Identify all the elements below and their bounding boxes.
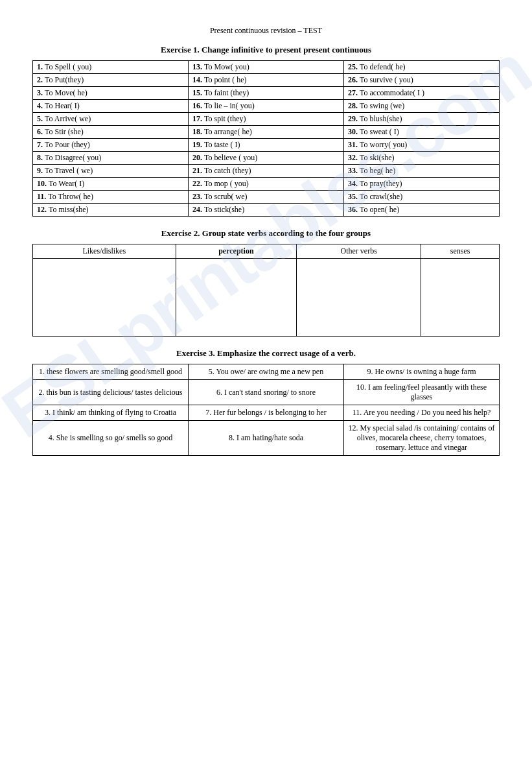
ex2-cell-perception: [176, 259, 297, 337]
ex3-row2-col2: 11. Are you needing / Do you need his he…: [344, 405, 500, 421]
ex1-cell-1-row-10: 11. To Throw( he): [33, 191, 189, 204]
ex2-header-3: senses: [421, 244, 500, 259]
ex1-cell-3-row-10: 35. To crawl(she): [344, 191, 500, 204]
ex2-header-2: Other verbs: [297, 244, 421, 259]
exercise3-table: 1. these flowers are smelling good/smell…: [32, 364, 500, 456]
ex1-cell-2-row-4: 17. To spit (they): [189, 113, 344, 126]
ex3-row3-col2: 12. My special salad /is containing/ con…: [344, 421, 500, 456]
ex1-cell-3-row-11: 36. To open( he): [344, 204, 500, 217]
ex1-cell-1-row-3: 4. To Hear( I): [33, 100, 189, 113]
ex1-cell-1-row-9: 10. To Wear( I): [33, 178, 189, 191]
ex1-cell-2-row-10: 23. To scrub( we): [189, 191, 344, 204]
exercise2-table: Likes/dislikesperceptionOther verbssense…: [32, 244, 500, 337]
ex2-cell-other: [297, 259, 421, 337]
ex1-cell-1-row-7: 8. To Disagree( you): [33, 152, 189, 165]
ex1-cell-2-row-2: 15. To faint (they): [189, 87, 344, 100]
ex1-cell-1-row-1: 2. To Put(they): [33, 74, 189, 87]
ex1-cell-2-row-9: 22. To mop ( you): [189, 178, 344, 191]
exercise1-table: 1. To Spell ( you)13. To Mow( you)25. To…: [32, 60, 500, 217]
ex3-row1-col2: 10. I am feeling/feel pleasantly with th…: [344, 380, 500, 405]
exercise1-title: Exercise 1. Change infinitive to present…: [32, 45, 500, 55]
ex1-cell-1-row-6: 7. To Pour (they): [33, 139, 189, 152]
ex1-cell-1-row-4: 5. To Arrive( we): [33, 113, 189, 126]
ex2-cell-senses: [421, 259, 500, 337]
ex3-row1-col0: 2. this bun is tasting delicious/ tastes…: [33, 380, 189, 405]
page-title: Present continuous revision – TEST: [32, 26, 500, 36]
page-content: ESLprintables.com Present continuous rev…: [32, 26, 500, 456]
ex2-header-0: Likes/dislikes: [33, 244, 176, 259]
ex1-cell-2-row-6: 19. To taste ( I): [189, 139, 344, 152]
ex1-cell-2-row-3: 16. To lie – in( you): [189, 100, 344, 113]
ex1-cell-3-row-2: 27. To accommodate( I ): [344, 87, 500, 100]
ex1-cell-3-row-0: 25. To defend( he): [344, 61, 500, 74]
ex1-cell-2-row-0: 13. To Mow( you): [189, 61, 344, 74]
ex3-row3-col1: 8. I am hating/hate soda: [189, 421, 344, 456]
ex3-row2-col0: 3. I think/ am thinking of flying to Cro…: [33, 405, 189, 421]
ex1-cell-3-row-1: 26. To survive ( you): [344, 74, 500, 87]
ex1-cell-2-row-5: 18. To arrange( he): [189, 126, 344, 139]
ex1-cell-3-row-4: 29. To blush(she): [344, 113, 500, 126]
ex1-cell-1-row-8: 9. To Travel ( we): [33, 165, 189, 178]
ex3-row1-col1: 6. I can't stand snoring/ to snore: [189, 380, 344, 405]
ex1-cell-2-row-7: 20. To believe ( you): [189, 152, 344, 165]
ex1-cell-1-row-5: 6. To Stir (she): [33, 126, 189, 139]
ex1-cell-3-row-5: 30. To sweat ( I): [344, 126, 500, 139]
ex3-row0-col0: 1. these flowers are smelling good/smell…: [33, 364, 189, 380]
ex1-cell-2-row-8: 21. To catch (they): [189, 165, 344, 178]
ex1-cell-1-row-11: 12. To miss(she): [33, 204, 189, 217]
ex1-cell-1-row-2: 3. To Move( he): [33, 87, 189, 100]
ex3-row3-col0: 4. She is smelling so go/ smells so good: [33, 421, 189, 456]
ex3-row2-col1: 7. Her fur belongs / is belonging to her: [189, 405, 344, 421]
ex1-cell-3-row-3: 28. To swing (we): [344, 100, 500, 113]
ex1-cell-1-row-0: 1. To Spell ( you): [33, 61, 189, 74]
ex1-cell-3-row-7: 32. To ski(she): [344, 152, 500, 165]
ex1-cell-2-row-11: 24. To stick(she): [189, 204, 344, 217]
ex1-cell-2-row-1: 14. To point ( he): [189, 74, 344, 87]
exercise2-title: Exercise 2. Group state verbs according …: [32, 228, 500, 239]
ex1-cell-3-row-6: 31. To worry( you): [344, 139, 500, 152]
ex1-cell-3-row-9: 34. To pray(they): [344, 178, 500, 191]
ex2-cell-likes: [33, 259, 176, 337]
ex3-row0-col2: 9. He owns/ is owning a huge farm: [344, 364, 500, 380]
exercise3-title: Exercise 3. Emphasize the correct usage …: [32, 348, 500, 359]
ex2-header-1: perception: [176, 244, 297, 259]
ex3-row0-col1: 5. You owe/ are owing me a new pen: [189, 364, 344, 380]
ex1-cell-3-row-8: 33. To beg( he): [344, 165, 500, 178]
